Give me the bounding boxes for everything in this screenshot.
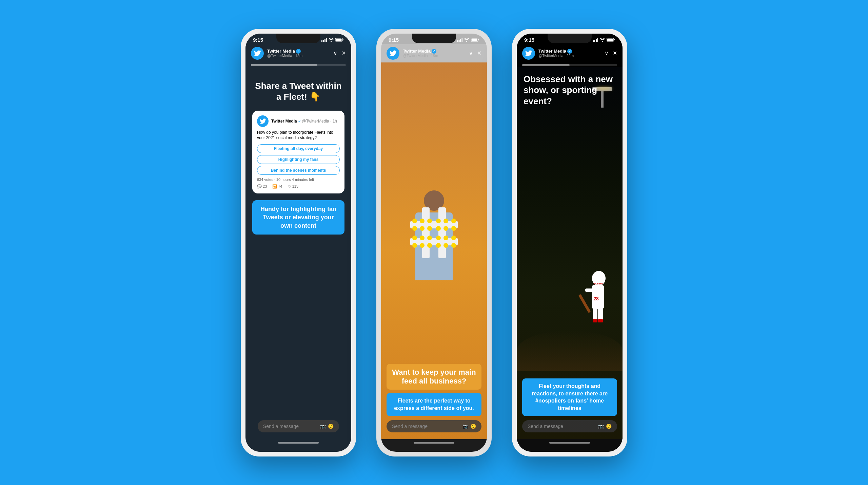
message-input-3[interactable]: Send a message 📷 🙂 [522, 420, 617, 432]
user-info-2: Twitter Media ✓ @TwitterMedia · 15m [403, 49, 466, 58]
svg-rect-54 [593, 319, 597, 322]
svg-point-21 [412, 219, 417, 223]
signal-icon-3 [593, 38, 598, 42]
blue-caption-2: Fleets are the perfect way to express a … [387, 393, 481, 416]
poll-meta: 634 votes · 10 hours 4 minutes left [257, 178, 340, 182]
fleet-actions-3: ∨ ✕ [605, 50, 617, 56]
phone-2: 9:15 Twitter Media ✓ @TwitterMedi [376, 29, 492, 456]
svg-rect-41 [594, 40, 595, 42]
like-icon: ♡ 113 [288, 184, 298, 189]
tweet-bird-icon [259, 118, 266, 125]
username-3: Twitter Media ✓ [538, 49, 601, 54]
retweet-icon: 🔁 74 [272, 184, 282, 189]
chevron-down-icon-3[interactable]: ∨ [605, 50, 609, 56]
svg-point-17 [427, 219, 432, 223]
chevron-down-icon-1[interactable]: ∨ [333, 50, 337, 56]
svg-rect-3 [326, 38, 327, 42]
phone-1: 9:15 Twitter Media ✓ @TwitterMedi [241, 29, 356, 456]
status-icons-3 [593, 38, 615, 42]
verified-badge-3: ✓ [567, 49, 572, 54]
message-icons-1: 📷 🙂 [320, 424, 334, 429]
camera-icon-3: 📷 [598, 424, 604, 429]
progress-bar-1 [245, 62, 351, 67]
svg-rect-9 [462, 38, 463, 42]
chevron-down-icon-2[interactable]: ∨ [469, 50, 473, 56]
camera-icon-2: 📷 [462, 424, 468, 429]
svg-point-18 [436, 219, 441, 223]
svg-point-33 [412, 236, 417, 240]
phone3-bottom: Fleet your thoughts and reactions, to en… [517, 378, 623, 439]
svg-point-39 [412, 243, 417, 248]
svg-point-20 [451, 219, 456, 223]
message-bar-1: Send a message 📷 🙂 [252, 416, 344, 439]
baseball-player-icon: 28 GILBERT [578, 268, 612, 329]
poll-option-1[interactable]: Fleeting all day, everyday [257, 144, 340, 153]
home-bar-3 [549, 442, 590, 444]
tweet-card: Twitter Media ✓ @TwitterMedia · 1h How d… [252, 111, 344, 194]
svg-rect-12 [410, 221, 458, 228]
message-input-1[interactable]: Send a message 📷 🙂 [258, 420, 339, 432]
message-placeholder-1: Send a message [263, 424, 317, 429]
phone-3: 9:15 Twitter Media ✓ @TwitterMedi [512, 29, 627, 456]
tweet-actions: 💬 23 🔁 74 ♡ 113 [257, 184, 340, 189]
fleet-actions-1: ∨ ✕ [333, 50, 346, 56]
svg-rect-50 [578, 294, 591, 313]
poll-option-3[interactable]: Behind the scenes moments [257, 166, 340, 175]
verified-badge-2: ✓ [432, 49, 436, 54]
close-icon-3[interactable]: ✕ [613, 50, 617, 56]
svg-point-31 [443, 236, 448, 240]
message-icons-3: 📷 🙂 [598, 424, 612, 429]
emoji-icon-1: 🙂 [328, 424, 334, 429]
verified-badge-1: ✓ [296, 49, 301, 54]
wifi-icon-2 [464, 38, 469, 42]
svg-point-36 [436, 243, 441, 248]
close-icon-2[interactable]: ✕ [477, 50, 481, 56]
notch-3 [548, 34, 592, 43]
twitter-bird-icon-1 [254, 50, 261, 57]
svg-point-23 [427, 226, 432, 231]
svg-rect-6 [457, 40, 458, 42]
phone1-title: Share a Tweet within a Fleet! 👇 [252, 80, 344, 102]
svg-point-27 [412, 226, 417, 231]
message-placeholder-3: Send a message [528, 424, 595, 429]
time-3: 9:15 [524, 37, 534, 43]
svg-rect-7 [459, 40, 460, 42]
phone2-bottom: Want to keep your main feed all business… [381, 364, 487, 439]
time-1: 9:15 [253, 37, 263, 43]
poll-option-2[interactable]: Highlighting my fans [257, 155, 340, 164]
message-input-2[interactable]: Send a message 📷 🙂 [387, 420, 481, 432]
svg-point-35 [427, 243, 432, 248]
message-bar-2: Send a message 📷 🙂 [387, 420, 481, 432]
svg-point-28 [420, 236, 425, 240]
svg-text:GILBERT: GILBERT [593, 282, 604, 285]
tweet-avatar [257, 115, 269, 127]
svg-rect-1 [323, 40, 324, 42]
svg-point-30 [436, 236, 441, 240]
user-info-1: Twitter Media ✓ @TwitterMedia · 12m [267, 49, 330, 58]
phone1-content: Share a Tweet within a Fleet! 👇 Twitter … [245, 67, 351, 439]
svg-point-19 [443, 219, 448, 223]
camera-icon-1: 📷 [320, 424, 326, 429]
progress-bar-3 [517, 62, 623, 67]
battery-icon-3 [607, 38, 615, 42]
tweet-verified: ✓ [298, 119, 301, 123]
fleet-actions-2: ∨ ✕ [469, 50, 481, 56]
twitter-bird-icon-3 [525, 50, 532, 57]
phone2-content: Want to keep your main feed all business… [381, 62, 487, 439]
home-bar-1 [278, 442, 319, 444]
avatar-1 [251, 47, 264, 60]
svg-rect-45 [607, 39, 613, 41]
svg-rect-15 [438, 207, 446, 258]
svg-point-37 [443, 243, 448, 248]
reply-icon: 💬 23 [257, 184, 267, 189]
status-icons-1 [321, 38, 344, 42]
fleet-header-3: Twitter Media ✓ @TwitterMedia · 22m ∨ ✕ [517, 44, 623, 62]
close-icon-1[interactable]: ✕ [341, 50, 346, 56]
svg-rect-51 [585, 288, 594, 292]
svg-point-32 [451, 236, 456, 240]
phone3-title: Obsessed with a new show, or sporting ev… [522, 74, 617, 107]
username-1: Twitter Media ✓ [267, 49, 330, 54]
svg-rect-14 [422, 207, 430, 258]
svg-rect-5 [336, 39, 342, 41]
phone3-content: 28 GILBERT Obsessed with a new show, or … [517, 67, 623, 439]
